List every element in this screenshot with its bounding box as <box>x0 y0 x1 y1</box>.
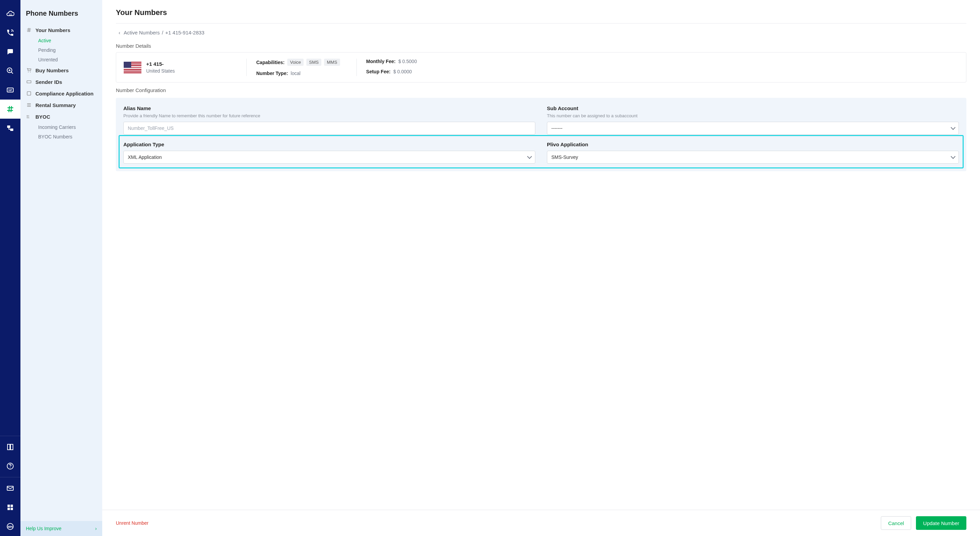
app-type-label: Application Type <box>123 142 535 147</box>
rail-apps[interactable] <box>0 498 21 517</box>
sidebar-item-sender-ids[interactable]: Sender IDs <box>23 76 100 88</box>
monthly-fee-label: Monthly Fee: <box>366 59 396 64</box>
plivo-app-label: Plivo Application <box>547 142 959 147</box>
rail-messaging[interactable] <box>0 42 21 61</box>
svg-rect-16 <box>8 508 10 510</box>
capability-badge: SMS <box>306 59 321 66</box>
alias-label: Alias Name <box>123 105 535 111</box>
svg-text:MH: MH <box>8 525 13 528</box>
capability-badge: MMS <box>324 59 340 66</box>
sidebar-item-label: Rental Summary <box>35 102 76 108</box>
chevron-left-icon: ‹ <box>119 30 120 35</box>
phone-number: +1 415- <box>146 61 175 67</box>
sidebar-sub-active[interactable]: Active <box>35 36 100 45</box>
svg-rect-10 <box>10 129 13 131</box>
book-icon <box>6 443 14 451</box>
number-config-label: Number Configuration <box>116 87 966 93</box>
sidebar-sub-incoming-carriers[interactable]: Incoming Carriers <box>35 123 100 132</box>
account-circle-icon: MH <box>6 522 14 531</box>
sidebar-item-compliance[interactable]: Compliance Application <box>23 88 100 99</box>
app-type-field: Application Type XML Application <box>123 142 535 164</box>
sidebar-item-rental-summary[interactable]: Rental Summary <box>23 99 100 111</box>
setup-fee-label: Setup Fee: <box>366 69 391 74</box>
svg-point-12 <box>10 467 11 468</box>
sidebar-title: Phone Numbers <box>21 7 102 24</box>
svg-point-20 <box>28 72 29 72</box>
breadcrumb-current: +1 415-914-2833 <box>165 30 204 35</box>
sidebar-item-label: BYOC <box>35 114 50 120</box>
byoc-icon: BYOC <box>26 113 32 120</box>
rail-phone-numbers[interactable] <box>0 100 21 119</box>
sidebar-sub-unrented[interactable]: Unrented <box>35 55 100 64</box>
cart-icon <box>26 67 32 73</box>
list-icon <box>26 102 32 108</box>
rail-account[interactable]: MH <box>0 517 21 536</box>
cancel-button[interactable]: Cancel <box>881 516 911 530</box>
breadcrumb-root: Active Numbers <box>124 30 160 35</box>
grid-icon <box>6 503 14 512</box>
capability-badge: Voice <box>287 59 304 66</box>
svg-rect-15 <box>11 505 13 507</box>
rail-voice[interactable] <box>0 23 21 42</box>
alias-field: Alias Name Provide a friendly Name to re… <box>123 105 535 135</box>
svg-point-3 <box>9 15 10 15</box>
capabilities-label: Capabilities: <box>256 60 285 65</box>
rail-docs[interactable] <box>0 437 21 456</box>
help-us-improve[interactable]: Help Us Improve › <box>21 521 102 536</box>
rail-billing[interactable] <box>0 479 21 498</box>
sidebar-item-label: Sender IDs <box>35 79 62 85</box>
hash-icon <box>26 27 32 33</box>
app-type-select[interactable]: XML Application <box>123 151 535 164</box>
compliance-icon <box>26 90 32 96</box>
sidebar-item-buy-numbers[interactable]: Buy Numbers <box>23 64 100 76</box>
trunk-icon <box>6 124 14 132</box>
rail-sip[interactable]: SIP <box>0 80 21 100</box>
rail-trunking[interactable] <box>0 119 21 138</box>
svg-text:SIP: SIP <box>8 89 12 91</box>
plivo-app-select[interactable]: SMS-Survey <box>547 151 959 164</box>
rail-logo[interactable] <box>0 4 21 23</box>
breadcrumb[interactable]: ‹ Active Numbers / +1 415-914-2833 <box>116 24 966 38</box>
svg-rect-23 <box>27 92 31 96</box>
footer: Unrent Number Cancel Update Number <box>102 510 980 536</box>
svg-point-4 <box>10 15 11 15</box>
svg-point-2 <box>11 14 12 14</box>
setup-fee-value: $ 0.0000 <box>393 69 412 74</box>
update-number-button[interactable]: Update Number <box>916 516 966 530</box>
breadcrumb-sep: / <box>162 30 163 35</box>
sidebar-item-label: Buy Numbers <box>35 67 69 73</box>
phone-icon <box>6 29 14 37</box>
sidebar-item-byoc[interactable]: BYOC BYOC <box>23 111 100 123</box>
unrent-number-link[interactable]: Unrent Number <box>116 520 149 526</box>
hash-icon <box>6 105 14 113</box>
subaccount-label: Sub Account <box>547 105 959 111</box>
rail-lookup[interactable] <box>0 61 21 80</box>
number-details-card: +1 415- United States Capabilities: Voic… <box>116 52 966 83</box>
sip-icon: SIP <box>6 86 14 94</box>
mail-money-icon <box>6 484 14 492</box>
monthly-fee-value: $ 0.5000 <box>398 59 417 64</box>
sidebar-sub-byoc-numbers[interactable]: BYOC Numbers <box>35 132 100 142</box>
subaccount-field: Sub Account This number can be assigned … <box>547 105 959 135</box>
chat-icon <box>6 48 14 56</box>
number-type-value: local <box>291 70 301 76</box>
svg-rect-14 <box>8 505 10 507</box>
page-title: Your Numbers <box>116 8 966 24</box>
svg-rect-22 <box>27 81 31 83</box>
svg-point-1 <box>10 14 11 14</box>
sidebar-item-your-numbers[interactable]: Your Numbers <box>23 24 100 36</box>
id-icon <box>26 79 32 85</box>
sidebar-sub-pending[interactable]: Pending <box>35 45 100 55</box>
svg-point-5 <box>11 15 12 15</box>
alias-help: Provide a friendly Name to remember this… <box>123 113 535 118</box>
rail-help[interactable] <box>0 456 21 475</box>
svg-point-21 <box>30 72 31 72</box>
number-config-card: Alias Name Provide a friendly Name to re… <box>116 98 966 171</box>
subaccount-select[interactable]: ------- <box>547 122 959 135</box>
country: United States <box>146 68 175 73</box>
alias-input[interactable] <box>123 122 535 135</box>
svg-point-0 <box>9 14 10 14</box>
plivo-app-field: Plivo Application SMS-Survey <box>547 142 959 164</box>
sidebar-item-label: Compliance Application <box>35 91 93 96</box>
number-details-label: Number Details <box>116 43 966 49</box>
